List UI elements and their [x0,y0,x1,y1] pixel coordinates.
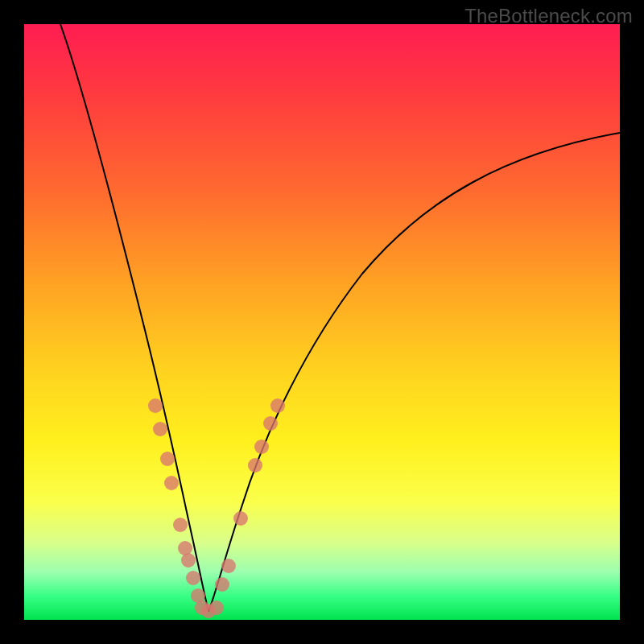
chart-svg [24,24,620,620]
plot-area [24,24,620,620]
marker [148,398,163,413]
marker [181,553,196,568]
marker [173,518,188,532]
marker [254,440,269,454]
marker [233,511,248,526]
marker [186,571,200,585]
marker [248,458,262,473]
right-branch-curve [208,133,620,612]
marker [215,577,229,592]
marker [209,601,224,615]
marker [153,422,167,436]
marker [221,559,236,573]
marker [164,476,179,490]
marker [263,416,278,431]
marker [160,452,175,466]
chart-frame: TheBottleneck.com [0,0,644,644]
watermark-text: TheBottleneck.com [464,5,633,27]
marker [270,398,285,413]
